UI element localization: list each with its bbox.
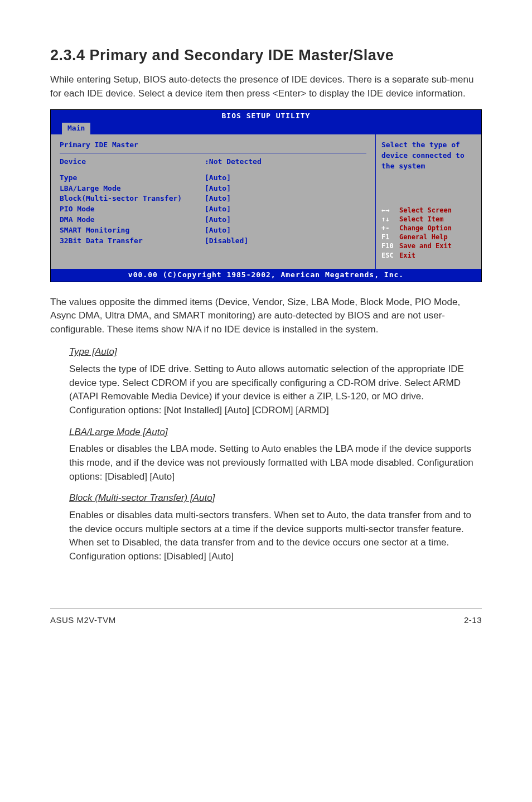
footer-right: 2-13 bbox=[464, 614, 482, 626]
bios-field-label: SMART Monitoring bbox=[60, 225, 205, 236]
bios-right-help: Select the type of device connected to t… bbox=[381, 140, 476, 172]
bios-field-value: [Disabled] bbox=[205, 236, 248, 247]
bios-key-desc: General Help bbox=[399, 233, 448, 241]
item-heading-block: Block (Multi-sector Transfer) [Auto] bbox=[69, 491, 482, 505]
bios-key-desc: Select Item bbox=[399, 215, 443, 223]
after-bios-paragraph: The values opposite the dimmed items (De… bbox=[50, 296, 482, 337]
bios-field-value: [Auto] bbox=[205, 173, 231, 183]
bios-device-label: Device bbox=[60, 157, 205, 167]
bios-key: ↑↓ bbox=[381, 215, 399, 224]
bios-left-panel: Primary IDE Master Device :Not Detected … bbox=[51, 134, 375, 269]
bios-field-value: [Auto] bbox=[205, 225, 231, 236]
bios-key: +- bbox=[381, 224, 399, 233]
bios-field-label: DMA Mode bbox=[60, 215, 205, 225]
bios-field-label: Block(Multi-sector Transfer) bbox=[60, 194, 205, 204]
bios-field-label: Type bbox=[60, 173, 205, 183]
bios-key: ESC bbox=[381, 251, 399, 260]
bios-screenshot: BIOS SETUP UTILITY Main Primary IDE Mast… bbox=[50, 109, 482, 282]
bios-tab-main: Main bbox=[62, 123, 90, 134]
bios-field-label: 32Bit Data Transfer bbox=[60, 236, 205, 247]
item-heading-lba: LBA/Large Mode [Auto] bbox=[69, 426, 482, 439]
bios-left-title: Primary IDE Master bbox=[60, 140, 366, 153]
bios-key: F1 bbox=[381, 233, 399, 241]
bios-field-label: LBA/Large Mode bbox=[60, 183, 205, 194]
intro-paragraph: While entering Setup, BIOS auto-detects … bbox=[50, 73, 482, 100]
bios-field-value: [Auto] bbox=[205, 183, 231, 194]
bios-key: ←→ bbox=[381, 206, 399, 215]
item-body-block: Enables or disables data multi-sectors t… bbox=[69, 509, 482, 564]
bios-field-value: [Auto] bbox=[205, 215, 231, 225]
item-body-lba: Enables or disables the LBA mode. Settin… bbox=[69, 442, 482, 484]
item-body-type: Selects the type of IDE drive. Setting t… bbox=[69, 363, 482, 418]
bios-device-value: :Not Detected bbox=[205, 157, 262, 167]
bios-right-panel: Select the type of device connected to t… bbox=[375, 134, 481, 269]
bios-header: BIOS SETUP UTILITY bbox=[51, 110, 481, 123]
bios-help-keys: ←→Select Screen ↑↓Select Item +-Change O… bbox=[381, 206, 476, 260]
bios-footer: v00.00 (C)Copyright 1985-2002, American … bbox=[51, 269, 481, 282]
bios-tab-bar: Main bbox=[51, 123, 481, 134]
footer-left: ASUS M2V-TVM bbox=[50, 614, 116, 626]
bios-key-desc: Change Option bbox=[399, 224, 452, 232]
bios-key: F10 bbox=[381, 241, 399, 250]
page-footer: ASUS M2V-TVM 2-13 bbox=[50, 608, 482, 626]
section-heading: 2.3.4 Primary and Secondary IDE Master/S… bbox=[50, 45, 482, 66]
bios-key-desc: Exit bbox=[399, 252, 415, 259]
bios-field-value: [Auto] bbox=[205, 204, 231, 215]
bios-key-desc: Select Screen bbox=[399, 206, 452, 214]
bios-field-value: [Auto] bbox=[205, 194, 231, 204]
item-heading-type: Type [Auto] bbox=[69, 345, 482, 359]
bios-key-desc: Save and Exit bbox=[399, 242, 452, 250]
bios-field-label: PIO Mode bbox=[60, 204, 205, 215]
